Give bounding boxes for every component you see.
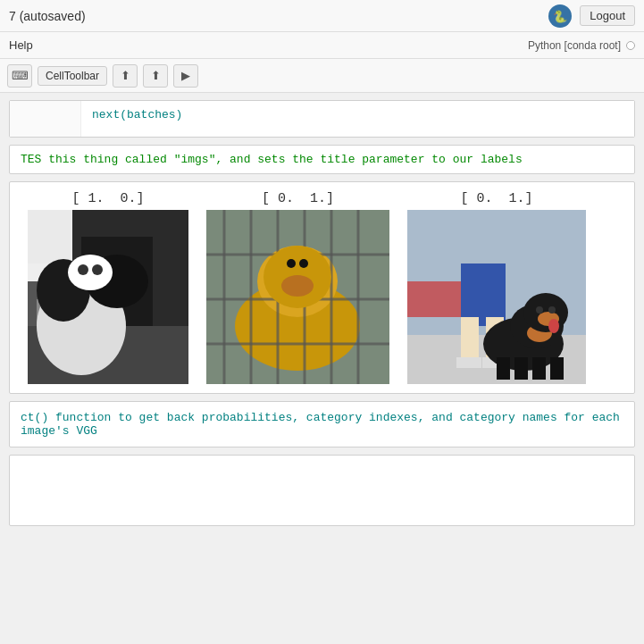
code-text: next(batches) xyxy=(92,108,182,121)
svg-rect-45 xyxy=(497,357,510,380)
comment-output: TES this thing called "imgs", and sets t… xyxy=(21,153,523,166)
upload-icon: ⬆ xyxy=(121,69,130,82)
keyboard-button[interactable]: ⌨ xyxy=(7,64,32,88)
svg-rect-36 xyxy=(461,317,479,362)
output-cell-1: TES this thing called "imgs", and sets t… xyxy=(9,145,635,174)
cat-image xyxy=(28,210,188,384)
menu-right: Python [conda root] xyxy=(528,39,635,52)
save-icon: ⬆ xyxy=(151,69,161,82)
svg-rect-38 xyxy=(456,357,481,368)
cell-input-1: next(batches) xyxy=(10,101,634,137)
notebook-title: 7 (autosaved) xyxy=(9,9,86,23)
svg-point-51 xyxy=(548,306,556,314)
image-item-3: [ 0. 1.] xyxy=(407,191,586,384)
dog2-svg xyxy=(407,210,586,384)
toolbar: ⌨ CellToolbar ⬆ ⬆ ▶ xyxy=(0,59,644,93)
image-item-1: [ 1. 0.] xyxy=(28,191,188,384)
svg-point-50 xyxy=(536,306,543,314)
text-output-cell: ct() function to get back probabilities,… xyxy=(9,401,635,447)
image-label-1: [ 1. 0.] xyxy=(71,191,144,206)
svg-text:🐍: 🐍 xyxy=(553,9,568,24)
dog1-svg xyxy=(206,210,389,384)
top-bar-right: 🐍 Logout xyxy=(548,4,635,29)
svg-rect-35 xyxy=(461,263,506,326)
menu-bar: Help Python [conda root] xyxy=(0,32,644,59)
cat-svg xyxy=(28,210,188,384)
svg-rect-47 xyxy=(532,357,546,380)
top-bar: 7 (autosaved) 🐍 Logout xyxy=(0,0,644,32)
svg-point-14 xyxy=(92,264,103,275)
menu-help[interactable]: Help xyxy=(9,38,33,52)
dog2-image xyxy=(407,210,586,384)
svg-rect-46 xyxy=(514,357,528,380)
svg-point-31 xyxy=(287,259,296,268)
keyboard-icon: ⌨ xyxy=(12,69,29,82)
upload-button[interactable]: ⬆ xyxy=(113,64,138,88)
kernel-status-text: Python [conda root] xyxy=(528,39,621,52)
images-section: [ 1. 0.] xyxy=(9,181,635,394)
images-row: [ 1. 0.] xyxy=(19,191,625,384)
save-button[interactable]: ⬆ xyxy=(143,64,168,88)
dog1-image xyxy=(206,210,389,384)
svg-rect-48 xyxy=(550,357,564,380)
image-label-2: [ 0. 1.] xyxy=(262,191,334,206)
notebook-area: next(batches) TES this thing called "img… xyxy=(0,100,644,526)
svg-rect-52 xyxy=(407,281,461,317)
menu-left: Help xyxy=(9,38,33,52)
celltoolbar-button[interactable]: CellToolbar xyxy=(38,66,107,86)
cell-code-1[interactable]: next(batches) xyxy=(81,101,634,137)
play-button[interactable]: ▶ xyxy=(173,64,198,88)
top-bar-left: 7 (autosaved) xyxy=(9,9,86,23)
text-output-content: ct() function to get back probabilities,… xyxy=(21,411,620,438)
image-label-3: [ 0. 1.] xyxy=(460,191,532,206)
code-cell-1: next(batches) xyxy=(9,100,635,138)
svg-point-13 xyxy=(78,264,88,275)
empty-cell[interactable] xyxy=(9,455,635,526)
kernel-status-indicator xyxy=(626,41,635,50)
svg-point-32 xyxy=(299,259,308,268)
python-icon: 🐍 xyxy=(548,4,573,29)
svg-point-30 xyxy=(281,275,314,297)
image-item-2: [ 0. 1.] xyxy=(206,191,389,384)
cell-prompt-1 xyxy=(10,101,81,137)
svg-point-49 xyxy=(548,319,559,333)
play-icon: ▶ xyxy=(181,69,190,82)
output-area-1: TES this thing called "imgs", and sets t… xyxy=(10,146,634,173)
logout-button[interactable]: Logout xyxy=(580,5,635,26)
svg-point-12 xyxy=(68,255,113,290)
